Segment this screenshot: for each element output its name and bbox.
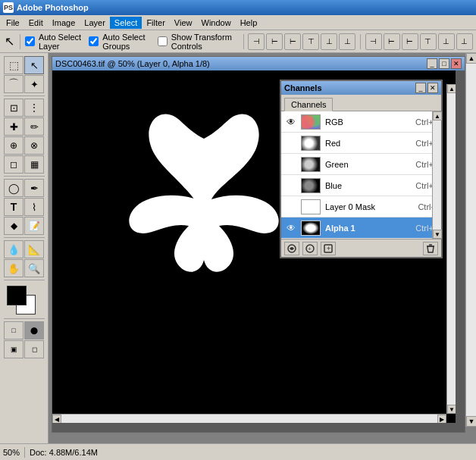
clone-stamp-tool[interactable]: ⊕ — [4, 136, 23, 155]
channels-minimize-btn[interactable]: _ — [415, 83, 426, 93]
scroll-left-btn[interactable]: ◀ — [52, 415, 61, 423]
gradient-tool[interactable]: ▦ — [24, 155, 44, 174]
crop-tool[interactable]: ⊡ — [4, 99, 23, 117]
scroll-down-btn[interactable]: ▼ — [447, 405, 456, 414]
type-tool[interactable]: T — [4, 198, 23, 216]
hand-tool[interactable]: ✋ — [4, 259, 23, 277]
standard-mode-btn[interactable]: □ — [4, 321, 23, 340]
canvas-minimize-btn[interactable]: _ — [427, 58, 437, 69]
align-left-icon[interactable]: ⊣ — [248, 33, 265, 50]
scroll-h-track[interactable] — [61, 415, 437, 423]
channel-row-mask[interactable]: 👁 Layer 0 Mask Ctrl+\ — [281, 196, 441, 217]
channel-row-alpha1[interactable]: 👁 Alpha 1 Ctrl+4 — [281, 217, 441, 239]
menu-file[interactable]: File — [2, 17, 24, 29]
main-scroll-up-btn[interactable]: ▲ — [466, 53, 476, 64]
align-middle-icon[interactable]: ⊥ — [321, 33, 337, 50]
shape-tool[interactable]: ◆ — [4, 217, 23, 235]
canvas-maximize-btn[interactable]: □ — [439, 58, 449, 69]
channel-eye-alpha1[interactable]: 👁 — [284, 221, 298, 235]
path-select-tool[interactable]: ⌇ — [24, 198, 44, 216]
ch-scroll-up[interactable]: ▲ — [433, 111, 442, 120]
distribute-middle-icon[interactable]: ⊥ — [438, 33, 455, 50]
load-channel-btn[interactable] — [284, 242, 299, 255]
scroll-right-btn[interactable]: ▶ — [437, 415, 446, 423]
auto-select-layer-checkbox[interactable] — [25, 36, 35, 46]
foreground-color-swatch[interactable] — [7, 286, 27, 305]
move-tool[interactable]: ↖ — [24, 56, 44, 74]
channels-panel-title: Channels — [284, 83, 322, 92]
zoom-level: 50% — [3, 448, 20, 457]
menu-filter[interactable]: Filter — [142, 17, 169, 29]
channel-eye-red[interactable]: 👁 — [284, 136, 298, 150]
menu-help[interactable]: Help — [236, 17, 262, 29]
delete-channel-btn[interactable] — [423, 242, 438, 255]
measure-tool[interactable]: 📐 — [24, 240, 44, 258]
align-top-icon[interactable]: ⊤ — [302, 33, 319, 50]
notes-tool[interactable]: 📝 — [24, 217, 44, 235]
canvas-close-btn[interactable]: ✕ — [451, 58, 462, 69]
rectangular-marquee-tool[interactable]: ⬚ — [4, 56, 23, 74]
channels-close-btn[interactable]: ✕ — [427, 83, 438, 93]
scroll-v-track[interactable] — [447, 93, 456, 405]
channel-eye-blue[interactable]: 👁 — [284, 179, 298, 192]
scroll-up-btn[interactable]: ▲ — [447, 84, 456, 93]
channel-row-rgb[interactable]: 👁 RGB Ctrl+~ — [281, 111, 441, 133]
toolbar-sep-1 — [20, 34, 20, 49]
menu-image[interactable]: Image — [48, 17, 80, 29]
zoom-tool[interactable]: 🔍 — [24, 259, 44, 277]
screen-mode-btn[interactable]: ▣ — [4, 340, 23, 358]
menu-edit[interactable]: Edit — [24, 17, 48, 29]
history-brush-tool[interactable]: ⊗ — [24, 136, 44, 155]
distribute-center-icon[interactable]: ⊢ — [384, 33, 400, 50]
channel-eye-rgb[interactable]: 👁 — [284, 115, 298, 129]
canvas-title-bar: DSC00463.tif @ 50% (Layer 0, Alpha 1/8) … — [52, 57, 465, 70]
distribute-bottom-icon[interactable]: ⊥ — [456, 33, 473, 50]
channel-eye-mask[interactable]: 👁 — [284, 200, 298, 214]
svg-text:+: + — [308, 246, 312, 252]
brush-tool[interactable]: ✏ — [24, 117, 44, 136]
magic-wand-tool[interactable]: ✦ — [24, 75, 44, 93]
quick-mask-btn[interactable]: ⬤ — [24, 321, 44, 340]
show-transform-checkbox[interactable] — [158, 36, 168, 46]
distribute-right-icon[interactable]: ⊢ — [402, 33, 418, 50]
distribute-left-icon[interactable]: ⊣ — [365, 33, 382, 50]
new-channel-btn[interactable]: + — [321, 242, 336, 255]
channel-row-green[interactable]: 👁 Green Ctrl+2 — [281, 154, 441, 175]
channels-tab[interactable]: Channels — [284, 98, 333, 111]
toolbar-sep-3 — [360, 34, 361, 49]
tool-row-modes: □ ⬤ — [4, 321, 44, 340]
channels-controls: _ ✕ — [415, 83, 438, 93]
dodge-tool[interactable]: ◯ — [4, 179, 23, 197]
channel-row-red[interactable]: 👁 Red Ctrl+1 — [281, 133, 441, 154]
svg-text:+: + — [327, 245, 330, 252]
channel-eye-green[interactable]: 👁 — [284, 158, 298, 171]
screen-mode2-btn[interactable]: ◻ — [24, 340, 44, 358]
align-right-icon[interactable]: ⊢ — [284, 33, 301, 50]
tool-row-10: 💧 📐 — [4, 240, 44, 258]
lasso-tool[interactable]: ⌒ — [4, 75, 23, 93]
pen-tool[interactable]: ✒ — [24, 179, 44, 197]
menu-layer[interactable]: Layer — [80, 17, 110, 29]
healing-brush-tool[interactable]: ✚ — [4, 117, 23, 136]
menu-select[interactable]: Select — [110, 17, 142, 29]
align-center-icon[interactable]: ⊢ — [266, 33, 283, 50]
slice-tool[interactable]: ⋮ — [24, 99, 44, 117]
align-bottom-icon[interactable]: ⊥ — [339, 33, 355, 50]
channels-title-bar: Channels _ ✕ — [281, 81, 441, 95]
main-scroll-down-btn[interactable]: ▼ — [466, 416, 476, 427]
menu-view[interactable]: View — [170, 17, 197, 29]
distribute-top-icon[interactable]: ⊤ — [420, 33, 437, 50]
save-selection-btn[interactable]: + — [302, 242, 318, 255]
ch-scroll-down[interactable]: ▼ — [433, 230, 442, 239]
eraser-tool[interactable]: ◻ — [4, 155, 23, 174]
channel-row-blue[interactable]: 👁 Blue Ctrl+3 — [281, 175, 441, 196]
channel-name-mask: Layer 0 Mask — [325, 202, 418, 211]
tool-row-11: ✋ 🔍 — [4, 259, 44, 277]
menu-bar: File Edit Image Layer Select Filter View… — [0, 15, 476, 30]
ch-scroll-track[interactable] — [433, 120, 441, 230]
auto-select-groups-checkbox[interactable] — [89, 36, 99, 46]
main-scroll-v-track[interactable] — [466, 64, 476, 416]
menu-window[interactable]: Window — [197, 17, 236, 29]
move-tool-icon[interactable]: ↖ — [3, 33, 15, 50]
eyedropper-tool[interactable]: 💧 — [4, 240, 23, 258]
